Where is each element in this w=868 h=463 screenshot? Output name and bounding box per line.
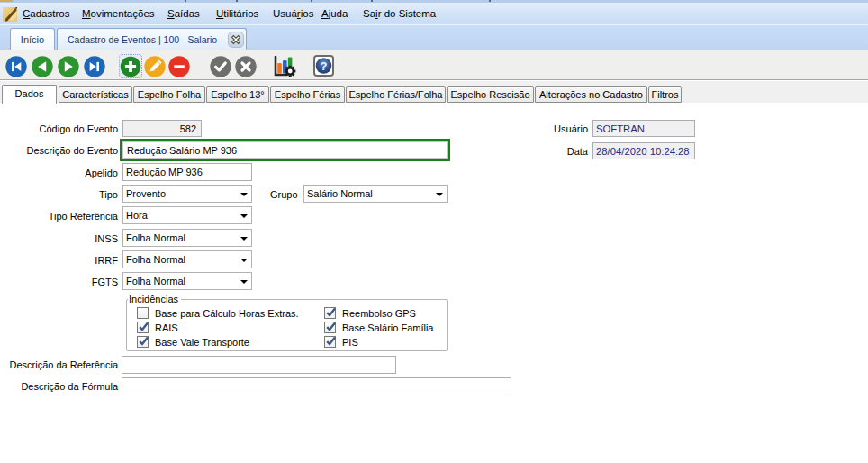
svg-text:?: ?: [321, 59, 328, 73]
